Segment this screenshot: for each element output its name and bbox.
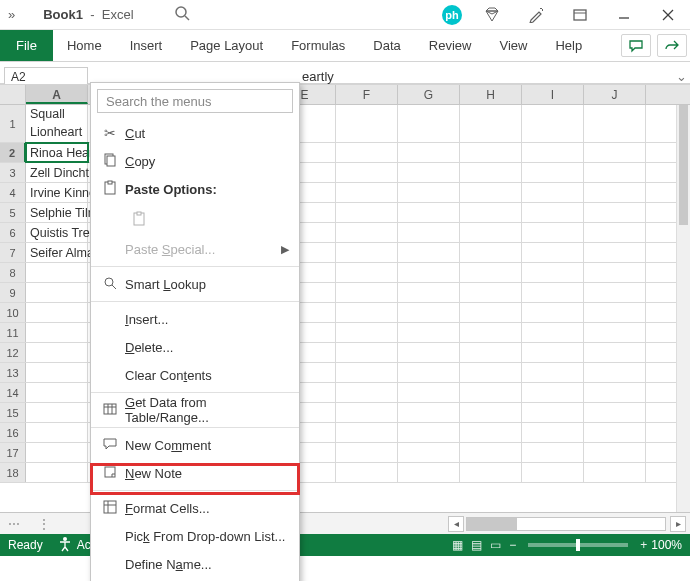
tab-insert[interactable]: Insert <box>116 30 177 61</box>
cell[interactable]: Rinoa Heartly <box>26 143 88 162</box>
menu-delete[interactable]: Delete... <box>91 333 299 361</box>
cell[interactable] <box>398 243 460 262</box>
cell[interactable] <box>522 443 584 462</box>
minimize-button[interactable] <box>602 0 646 30</box>
cell[interactable] <box>398 323 460 342</box>
comments-button[interactable] <box>621 34 651 57</box>
close-button[interactable] <box>646 0 690 30</box>
cell[interactable] <box>584 343 646 362</box>
row-header[interactable]: 6 <box>0 223 26 242</box>
menu-new-note[interactable]: New Note <box>91 459 299 487</box>
cell[interactable] <box>26 303 88 322</box>
cell[interactable] <box>584 403 646 422</box>
cell[interactable] <box>398 443 460 462</box>
diamond-icon[interactable] <box>470 0 514 30</box>
cell[interactable] <box>398 105 460 142</box>
qat-more-icon[interactable]: » <box>0 7 23 22</box>
cell[interactable] <box>584 163 646 182</box>
select-all-corner[interactable] <box>0 85 26 104</box>
cell[interactable]: SquallLionheart <box>26 105 88 143</box>
cell[interactable] <box>460 243 522 262</box>
cell[interactable] <box>336 443 398 462</box>
menu-copy[interactable]: Copy <box>91 147 299 175</box>
cell[interactable] <box>584 223 646 242</box>
cell[interactable] <box>26 403 88 422</box>
row-header[interactable]: 8 <box>0 263 26 282</box>
row-header[interactable]: 1 <box>0 105 26 142</box>
cell[interactable] <box>398 343 460 362</box>
accessibility-icon[interactable] <box>57 536 73 555</box>
row-header[interactable]: 17 <box>0 443 26 462</box>
horizontal-scrollbar[interactable] <box>466 517 666 531</box>
view-page-break-icon[interactable]: ▭ <box>490 538 501 552</box>
tab-review[interactable]: Review <box>415 30 486 61</box>
tab-view[interactable]: View <box>485 30 541 61</box>
cell[interactable] <box>460 343 522 362</box>
zoom-slider[interactable] <box>528 543 628 547</box>
cell[interactable] <box>460 203 522 222</box>
cell[interactable] <box>522 323 584 342</box>
menu-cut[interactable]: ✂ Cut <box>91 119 299 147</box>
row-header[interactable]: 10 <box>0 303 26 322</box>
cell[interactable]: Selphie Tilmitt <box>26 203 88 222</box>
cell[interactable] <box>460 263 522 282</box>
cell[interactable] <box>26 443 88 462</box>
cell[interactable] <box>460 403 522 422</box>
cell[interactable] <box>584 183 646 202</box>
expand-formula-bar-icon[interactable]: ⌄ <box>672 69 690 84</box>
zoom-level[interactable]: 100% <box>651 538 682 552</box>
cell[interactable] <box>26 323 88 342</box>
cell[interactable] <box>398 223 460 242</box>
cell[interactable] <box>336 203 398 222</box>
cell[interactable] <box>26 463 88 482</box>
cell[interactable] <box>336 105 398 142</box>
cell[interactable] <box>522 423 584 442</box>
row-header[interactable]: 12 <box>0 343 26 362</box>
cell[interactable] <box>336 363 398 382</box>
file-tab[interactable]: File <box>0 30 53 61</box>
ribbon-display-icon[interactable] <box>558 0 602 30</box>
cell[interactable] <box>584 363 646 382</box>
cell[interactable] <box>26 383 88 402</box>
cell[interactable] <box>460 443 522 462</box>
row-header[interactable]: 5 <box>0 203 26 222</box>
cell[interactable] <box>336 143 398 162</box>
cell[interactable] <box>584 383 646 402</box>
row-header[interactable]: 16 <box>0 423 26 442</box>
view-normal-icon[interactable]: ▦ <box>452 538 463 552</box>
cell[interactable] <box>26 423 88 442</box>
col-header-h[interactable]: H <box>460 85 522 104</box>
row-header[interactable]: 2 <box>0 143 26 162</box>
cell[interactable] <box>336 183 398 202</box>
cell[interactable] <box>522 463 584 482</box>
cell[interactable] <box>398 163 460 182</box>
share-button[interactable] <box>657 34 687 57</box>
paste-option-default[interactable] <box>125 205 153 233</box>
row-header[interactable]: 3 <box>0 163 26 182</box>
cell[interactable] <box>584 263 646 282</box>
vertical-scrollbar[interactable] <box>676 105 690 512</box>
cell[interactable] <box>584 443 646 462</box>
cell[interactable] <box>336 423 398 442</box>
account-badge[interactable]: ph <box>442 5 462 25</box>
cell[interactable] <box>584 463 646 482</box>
menu-pick-from-list[interactable]: Pick From Drop-down List... <box>91 522 299 550</box>
cell[interactable] <box>336 343 398 362</box>
cell[interactable] <box>584 105 646 142</box>
menu-search-input[interactable]: Search the menus <box>97 89 293 113</box>
cell[interactable] <box>522 203 584 222</box>
sheet-options-icon[interactable]: ⋮ <box>28 517 60 531</box>
cell[interactable] <box>336 383 398 402</box>
cell[interactable] <box>460 283 522 302</box>
cell[interactable] <box>336 283 398 302</box>
cell[interactable] <box>336 323 398 342</box>
cell[interactable] <box>398 383 460 402</box>
cell[interactable]: Seifer Almasy <box>26 243 88 262</box>
cell[interactable] <box>522 383 584 402</box>
col-header-f[interactable]: F <box>336 85 398 104</box>
cell[interactable] <box>522 403 584 422</box>
cell[interactable] <box>26 283 88 302</box>
hscroll-right-icon[interactable]: ▸ <box>670 516 686 532</box>
tab-formulas[interactable]: Formulas <box>277 30 359 61</box>
cell[interactable] <box>522 263 584 282</box>
